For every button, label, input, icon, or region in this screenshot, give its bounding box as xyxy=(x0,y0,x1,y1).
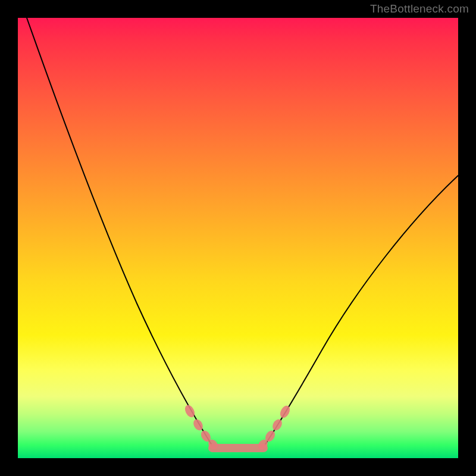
curve-left-branch xyxy=(27,18,212,445)
chart-frame: TheBottleneck.com xyxy=(0,0,476,476)
plot-area xyxy=(18,18,458,458)
curve-right-branch xyxy=(265,176,458,445)
marker-point xyxy=(271,418,284,432)
watermark-text: TheBottleneck.com xyxy=(370,2,469,15)
marker-point xyxy=(278,404,292,419)
chart-svg xyxy=(18,18,458,458)
